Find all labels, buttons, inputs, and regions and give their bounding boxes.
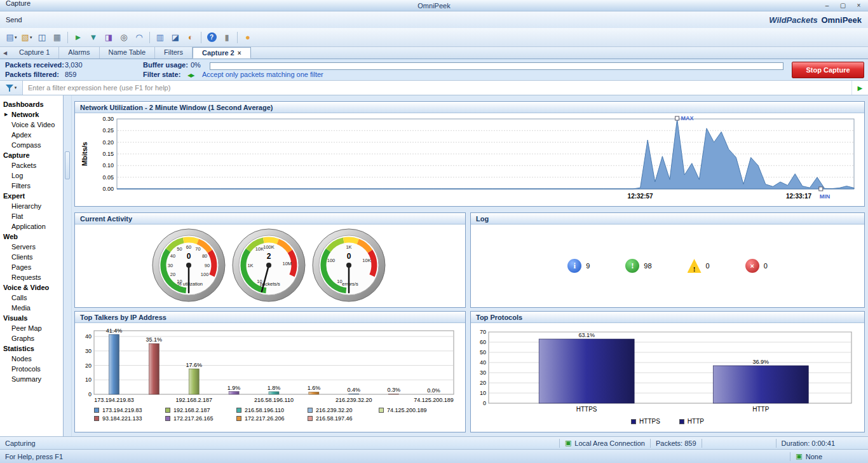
minimize-button[interactable]: –: [819, 1, 835, 10]
sidebar-section-voice-video: Voice & Video: [0, 282, 63, 293]
menu-capture[interactable]: Capture: [0, 0, 36, 11]
statistics-button[interactable]: ◪: [168, 31, 182, 45]
legend-color-swatch: [631, 419, 636, 424]
sidebar-item-hierarchy[interactable]: Hierarchy: [0, 201, 63, 211]
sidebar-item-compass[interactable]: Compass: [0, 140, 63, 150]
sidebar-item-requests[interactable]: Requests: [0, 272, 63, 282]
gauge-utilization: 1020304050607080901000% utilization: [150, 226, 227, 306]
svg-text:90: 90: [205, 263, 210, 268]
protocols-legend: HTTPSHTTP: [471, 416, 864, 427]
insert-filter-button[interactable]: ▼: [86, 31, 100, 45]
sidebar-item-label: Hierarchy: [11, 202, 41, 210]
sidebar-item-flat[interactable]: Flat: [0, 211, 63, 221]
packets-filtered-label: Packets filtered:: [5, 71, 59, 78]
packets-filtered-value: 859: [65, 71, 76, 78]
name-table-button[interactable]: ◨: [102, 31, 116, 45]
find-pattern-button[interactable]: ◎: [117, 31, 131, 45]
sidebar-item-label: Pages: [11, 263, 31, 271]
wireless-signal-button[interactable]: ◠: [132, 31, 146, 45]
sidebar-item-voice-video[interactable]: Voice & Video: [0, 120, 63, 130]
legend-color-swatch: [236, 416, 241, 421]
svg-text:10M: 10M: [283, 261, 292, 266]
svg-text:MIN: MIN: [820, 193, 831, 200]
sidebar-item-apdex[interactable]: Apdex: [0, 130, 63, 140]
sidebar-item-protocols[interactable]: Protocols: [0, 364, 63, 374]
tab-bar: ◀ Capture 1AlarmsName TableFiltersCaptur…: [0, 47, 868, 59]
svg-text:0: 0: [347, 252, 351, 261]
sidebar-splitter[interactable]: [64, 95, 72, 436]
filter-menu-button[interactable]: ▾: [0, 81, 23, 95]
sidebar-item-nodes[interactable]: Nodes: [0, 354, 63, 364]
sidebar-item-network[interactable]: ▶Network: [0, 109, 63, 120]
tab-alarms[interactable]: Alarms: [59, 47, 99, 59]
legend-item: 216.239.32.20: [308, 407, 379, 413]
graphs-button[interactable]: ◐: [184, 31, 198, 45]
tab-filters[interactable]: Filters: [155, 47, 193, 59]
sidebar-item-graphs[interactable]: Graphs: [0, 333, 63, 343]
tab-name-table[interactable]: Name Table: [100, 47, 156, 59]
brand-logo: WildPackets OmniPeek: [769, 15, 868, 25]
print-button[interactable]: ▦: [50, 31, 64, 45]
sidebar-item-servers[interactable]: Servers: [0, 242, 63, 252]
filter-expression-input[interactable]: [23, 81, 851, 95]
start-capture-button[interactable]: ►: [71, 31, 85, 45]
open-file-button[interactable]: ▧▾: [20, 31, 34, 45]
sidebar-item-label: Flat: [11, 212, 23, 220]
legend-color-swatch: [679, 419, 684, 424]
tab-capture-1[interactable]: Capture 1: [10, 47, 59, 59]
buffer-usage-value: 0%: [191, 61, 201, 69]
save-button[interactable]: ◫: [35, 31, 49, 45]
sidebar-item-media[interactable]: Media: [0, 303, 63, 313]
log-count-value: 9: [586, 262, 590, 270]
packets-received-label: Packets received:: [5, 61, 64, 69]
status-duration-value: 0:00:41: [811, 439, 835, 447]
sidebar-item-calls[interactable]: Calls: [0, 293, 63, 303]
maximize-button[interactable]: ▢: [835, 1, 851, 10]
svg-text:60: 60: [480, 339, 486, 345]
new-capture-button[interactable]: ▤▾: [4, 31, 18, 45]
updates-button[interactable]: ●: [241, 31, 255, 45]
new-capture-icon: ▤: [6, 32, 14, 42]
menu-send[interactable]: Send: [0, 11, 36, 28]
stop-capture-button[interactable]: Stop Capture: [792, 62, 864, 78]
apply-filter-button[interactable]: ►: [851, 81, 868, 95]
panel-log-header: Log: [471, 213, 864, 225]
svg-text:0.10: 0.10: [102, 162, 114, 169]
sidebar-item-filters[interactable]: Filters: [0, 181, 63, 191]
sidebar-item-summary[interactable]: Summary: [0, 374, 63, 384]
sidebar-item-peer-map[interactable]: Peer Map: [0, 323, 63, 333]
log-count-warning: !0: [688, 259, 710, 273]
svg-text:12:32:57: 12:32:57: [628, 193, 653, 200]
legend-label: 216.239.32.20: [316, 407, 353, 413]
warning-icon: !: [688, 259, 702, 273]
legend-item: HTTP: [679, 418, 704, 425]
log-count-value: 98: [644, 262, 651, 270]
capture-state-text: Capturing: [5, 439, 36, 447]
sidebar-item-log[interactable]: Log: [0, 170, 63, 181]
svg-text:1K: 1K: [247, 263, 253, 268]
sidebar-item-label: Filters: [11, 182, 31, 190]
help-button[interactable]: ?: [205, 31, 219, 45]
legend-label: 172.217.26.165: [173, 415, 214, 422]
sidebar: Dashboards▶NetworkVoice & VideoApdexComp…: [0, 95, 64, 436]
security-button[interactable]: ▮: [220, 31, 234, 45]
status-packets: Packets: 859: [656, 439, 696, 447]
monitor-options-button[interactable]: ▥: [153, 31, 167, 45]
tab-close-icon[interactable]: ×: [238, 50, 241, 57]
svg-text:100: 100: [201, 272, 209, 277]
sidebar-item-label: Requests: [11, 273, 41, 281]
sidebar-item-pages[interactable]: Pages: [0, 262, 63, 272]
legend-color-swatch: [379, 408, 384, 413]
info-icon: i: [567, 259, 581, 273]
sidebar-item-clients[interactable]: Clients: [0, 252, 63, 262]
svg-text:10K: 10K: [255, 246, 264, 252]
tab-scroll-left-icon[interactable]: ◀: [0, 50, 10, 59]
tab-capture-2[interactable]: Capture 2×: [193, 47, 251, 59]
toolbar-separator: [67, 32, 68, 43]
sidebar-item-application[interactable]: Application: [0, 221, 63, 232]
filter-state-text[interactable]: Accept only packets matching one filter: [202, 71, 323, 78]
adapter-name: Local Area Connection: [574, 439, 645, 447]
sidebar-item-packets[interactable]: Packets: [0, 160, 63, 170]
close-button[interactable]: ×: [851, 1, 867, 10]
legend-label: HTTPS: [639, 418, 660, 425]
